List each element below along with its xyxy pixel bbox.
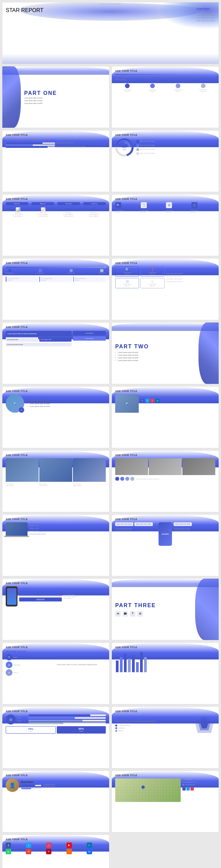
team-circle-3: S	[6, 669, 12, 676]
part-one-content: PART ONE Lorem ipsum dolor sit amet Lore…	[2, 66, 109, 128]
laptop-label: Lorem ipsum dolor sit amet	[30, 533, 106, 535]
pie-pct1: 40%	[122, 146, 126, 148]
slide-phone-circle: ADD YOUR TITLE SIMPLE CREATIVE Lorem ips…	[2, 578, 110, 640]
loc-icon-1: 🔍	[117, 268, 137, 272]
part-one-desc3: Lorem ipsum dolor sit amet	[24, 102, 106, 104]
svg-rect-9	[140, 652, 143, 672]
social-i: i	[150, 399, 155, 403]
loc-4: ◇ Lorem ipsum dolor sit	[140, 278, 164, 288]
map-placeholder	[115, 778, 181, 802]
slide-18-content: ADD YOUR TITLE SIMPLE CREATIVE Lorem ips…	[2, 579, 109, 640]
location-grid: 🔍 Lorem ipsum dolor sit 📍 Lorem ipsum do…	[115, 266, 165, 288]
loc-icon-3: ⊡	[117, 280, 137, 283]
avatar-desc: Lorem ipsum dolor sit amet consectetur	[43, 783, 106, 787]
prog-3	[6, 147, 55, 148]
photo-g-1	[6, 458, 38, 482]
legend-color-3	[136, 148, 139, 151]
creative-badge: CREATIVE	[19, 597, 62, 601]
slide-3-body: Lorem ipsum dolor sit amet, consectetur …	[115, 76, 215, 81]
slide-17-title: ADD YOUR TITLE	[115, 518, 215, 520]
part-two-item-4: Lorem ipsum dolor sit amet	[115, 359, 195, 362]
slide-3-content: ADD YOUR TITLE Lorem ipsum dolor sit ame…	[112, 66, 219, 128]
part-three-content: PART THREE ✉ ☎ 📍 ⚙	[112, 579, 219, 640]
slide-7-content: ADD YOUR TITLE 🔍 📋 ⚙ 🛒 Lorem ipsum dolor…	[112, 194, 219, 256]
circ-3	[125, 477, 129, 481]
tl-node-1: Lorem ipsum	[6, 269, 13, 274]
mktg-icon-3: ✉	[56, 207, 81, 212]
loc-icon-2: 📍	[142, 268, 163, 272]
grid-icon-3: ⚙	[166, 202, 172, 208]
mktg-icon-4: ⚙	[82, 207, 106, 212]
bw-photo-3	[183, 458, 215, 475]
slide-21-title: ADD YOUR TITLE	[115, 646, 215, 648]
slide-13-photo: 🌊	[115, 394, 139, 413]
legend-color-2	[136, 144, 139, 147]
slide-12-content: ADD YOUR TITLE 🌊 + Lorem ipsum dolor sit…	[2, 386, 109, 448]
wave-bottom-19	[112, 579, 219, 587]
slide-6-title: ADD YOUR TITLE	[6, 198, 106, 200]
photo-g-3	[73, 458, 106, 482]
slide-timeline: ADD YOUR TITLE Lorem ipsum Lorem ipsum	[2, 258, 110, 320]
hbar-rows: Item 1 Item 2 Item 3	[18, 714, 106, 724]
slide-9-content: ADD YOUR TITLE 🔍 Lorem ipsum dolor sit 📍…	[112, 258, 219, 320]
laptop-text: Browse > List 1 Browse > List 2 Browse >…	[30, 525, 106, 535]
part-two-title: PART TWO	[115, 344, 195, 350]
steps-row: Step One Step Two Step Three Step Four	[6, 202, 106, 205]
slide-5-title: ADD YOUR TITLE	[115, 134, 215, 136]
svg-rect-8	[136, 662, 139, 672]
p3-icon-3: 📍	[130, 611, 135, 617]
hbar-fill-3	[29, 720, 83, 721]
slide-26-title: ADD YOUR TITLE	[6, 838, 106, 840]
loc-right: Lorem ipsum dolor sit amet Lorem ipsum d…	[166, 273, 216, 282]
phone-shape: OCEAN	[159, 522, 172, 546]
mktg-2: 📈 Marketing for use or affects to all of…	[31, 207, 55, 217]
step-2: Step Two	[32, 202, 54, 205]
tl-dot-4	[100, 269, 104, 272]
slide-ocean: ADD YOUR TITLE ADD YOUR TEXT HERE ADD YO…	[111, 514, 219, 576]
p3-icon-1: ✉	[115, 611, 120, 617]
circ-4	[130, 477, 134, 481]
slide-bw-photos: ADD YOUR TITLE Lorem ipsum dolor sit ame…	[111, 450, 219, 512]
plist-3: Lorem ipsum dolor sit amet	[27, 405, 106, 408]
svg-rect-4	[120, 657, 122, 672]
slide-part-two: PART TWO Lorem ipsum dolor sit amet Lore…	[111, 322, 219, 384]
part-two-item-2: Lorem ipsum dolor sit amet	[115, 354, 195, 356]
mktg-icon-1: 📊	[6, 207, 30, 212]
block-r-2: Lorem ipsum	[73, 336, 106, 341]
mktg-icon-2: 📈	[31, 207, 55, 212]
avatar-bar-2	[21, 788, 41, 789]
icon-col-2: Lorem ipsum dolor sit	[140, 84, 165, 92]
pent-bullet-1	[115, 724, 117, 726]
tl-node-3: Lorem ipsum	[67, 269, 75, 274]
slide-25-content: ADD YOUR TITLE 📍 Lorem ipsum ✉ Lorem@ips…	[112, 771, 219, 832]
circ-2	[120, 477, 124, 481]
loc-3: ⊡ Lorem ipsum dolor sit	[115, 278, 139, 288]
cover-title: STAR REPORT	[6, 7, 43, 13]
part-three-title: PART THREE	[115, 602, 193, 609]
simple-creative: SIMPLE CREATIVE	[19, 591, 62, 601]
laptop-screen	[6, 522, 28, 536]
slide-pie: ADD YOUR TITLE 40% 70% ADD YOUR TEXT HER…	[111, 130, 219, 192]
soc-yt: ▶	[66, 842, 72, 848]
slide-16-content: ADD YOUR TITLE Browse > List 1 Browse > …	[2, 515, 109, 576]
circ-1	[115, 477, 119, 481]
mktg-3: ✉ Marketing for use or affects to all of…	[56, 207, 81, 217]
photo-13: 🌊	[115, 394, 139, 413]
hbar-stat-1: 75% Lorem	[6, 726, 56, 734]
simple-badge: SIMPLE	[19, 591, 62, 596]
slide-8-content: ADD YOUR TITLE Lorem ipsum Lorem ipsum	[2, 258, 109, 320]
tl-node-4: Lorem ipsum	[98, 269, 106, 274]
circle-photo: 🌊 +	[6, 394, 24, 413]
avatar-info: Brad Silver	[21, 781, 41, 790]
bw-photo-1	[115, 458, 148, 475]
legend-color-1	[136, 140, 139, 143]
slide-14-content: ADD YOUR TITLE Lorem ipsum dolor sit ame…	[2, 451, 109, 512]
slide-social: ADD YOUR TITLE f t i ▶ in w G P r M	[2, 835, 110, 868]
team-right: Lorem ipsum dolor sit amet, consectetur …	[57, 663, 106, 666]
slide-team: ADD YOUR TITLE TEAM WORK GOALS INC T TEA…	[2, 642, 110, 704]
soc-rs: r	[66, 849, 72, 854]
tag-2: ADD YOUR TEXT HERE	[134, 522, 153, 526]
phone-desc: Lorem ipsum dolor Lorem ipsum dolor sit …	[63, 594, 106, 599]
tl-dot-1	[8, 269, 11, 272]
circle-row	[115, 477, 134, 481]
